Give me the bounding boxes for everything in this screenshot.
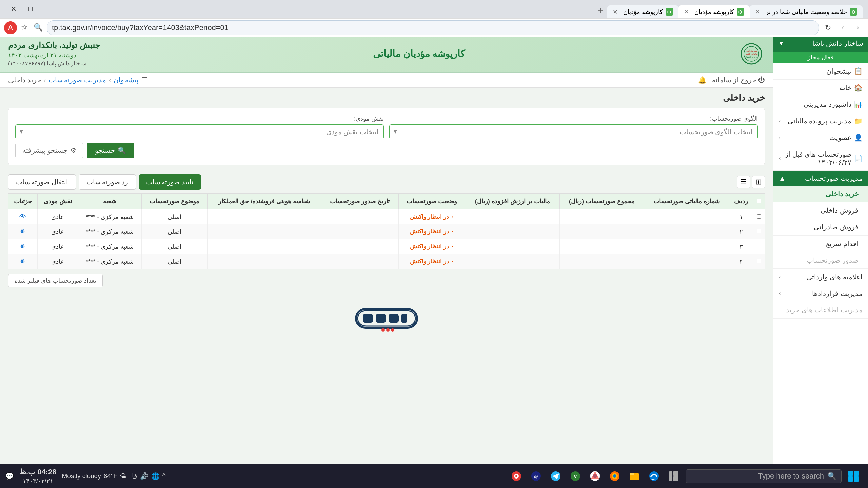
- sidebar-item-dashboard[interactable]: 📊 داشبورد مدیریتی: [773, 96, 868, 113]
- taskbar-clock[interactable]: 04:28 ب.ظ ۱۴۰۳/۰۲/۳۱: [19, 467, 57, 485]
- tab-title-3: کارپوشه مؤدیان: [623, 8, 663, 16]
- maximize-btn[interactable]: □: [22, 3, 39, 15]
- row-checkbox-2[interactable]: [757, 244, 761, 248]
- gov-seal-icon: سازمان امور مالیاتی کشور وزارت اقتصاد: [738, 42, 765, 66]
- explorer-btn[interactable]: [625, 467, 644, 485]
- invoice-pattern-select[interactable]: انتخاب الگوی صورتحساب: [389, 124, 758, 139]
- svg-rect-19: [673, 471, 678, 476]
- forward-btn[interactable]: ›: [837, 22, 849, 34]
- page-title: خرید داخلی: [8, 93, 765, 103]
- tray-expand-icon[interactable]: ^: [162, 472, 165, 480]
- cell-vat-1: [465, 224, 560, 239]
- address-input[interactable]: [47, 20, 819, 35]
- sidebar-item-quick-action[interactable]: اقدام سریع: [773, 236, 868, 252]
- cell-row-3: ۴: [729, 254, 753, 269]
- sidebar-item-home[interactable]: 🏠 خانه: [773, 80, 868, 96]
- app7-btn[interactable]: @: [527, 467, 545, 485]
- firefox-btn[interactable]: [606, 467, 624, 485]
- cell-branch-0: شعبه مرکزی - ****: [78, 209, 141, 224]
- back-btn[interactable]: ‹: [852, 22, 864, 34]
- close-btn[interactable]: ✕: [5, 3, 22, 15]
- browser-tab-2[interactable]: ⚙ کارپوشه مؤدیان ✕: [678, 5, 750, 18]
- row-checkbox-1[interactable]: [757, 229, 761, 233]
- telegram-icon: [550, 470, 562, 482]
- vpn-btn[interactable]: V: [566, 467, 585, 485]
- transfer-invoice-btn[interactable]: انتقال صورتحساب: [8, 174, 76, 190]
- sidebar-item-domestic-sell[interactable]: فروش داخلی: [773, 202, 868, 219]
- taskbar-search[interactable]: 🔍 Type here to search: [686, 469, 842, 483]
- row-checkbox-0[interactable]: [757, 214, 761, 219]
- taxpayer-role-select[interactable]: انتخاب نقش مودی: [15, 124, 384, 139]
- cell-date-2: [321, 239, 398, 254]
- sidebar-item-membership[interactable]: 👤 عضویت ›: [773, 129, 868, 146]
- filter-count-btn[interactable]: تعداد صورتحساب های فیلتر شده: [8, 274, 103, 287]
- volume-icon[interactable]: 🔊: [140, 472, 149, 480]
- edge-btn[interactable]: [645, 467, 663, 485]
- chrome-btn[interactable]: [586, 467, 604, 485]
- browser2-btn[interactable]: [507, 467, 526, 485]
- invoice-table-container: ردیف شماره مالیاتی صورتحساب مجموع صورتحس…: [8, 193, 765, 269]
- notification-center-btn[interactable]: 💬: [5, 472, 14, 480]
- sidebar-item-issue-invoice[interactable]: صدور صورتحساب: [773, 252, 868, 269]
- start-btn[interactable]: [844, 467, 863, 485]
- search-btn[interactable]: 🔍 جستجو: [87, 143, 134, 158]
- sidebar-item-contract-mgmt[interactable]: مدیریت قراردادها ›: [773, 285, 868, 302]
- taskview-btn[interactable]: [665, 467, 683, 485]
- breadcrumb-item-2[interactable]: مدیریت صورتحساب: [48, 76, 106, 84]
- sidebar-item-import-notices[interactable]: اعلامیه های وارداتی ›: [773, 269, 868, 285]
- svg-text:وزارت اقتصاد: وزارت اقتصاد: [745, 56, 757, 58]
- telegram-btn[interactable]: [547, 467, 565, 485]
- tab-icon-2: ⚙: [737, 8, 744, 16]
- breadcrumb-item-3: خرید داخلی: [8, 76, 41, 84]
- select-all-checkbox[interactable]: [757, 199, 761, 203]
- browser-tab-3[interactable]: ⚙ کارپوشه مؤدیان ✕: [607, 5, 678, 18]
- search-icon[interactable]: 🔍: [32, 21, 44, 34]
- cell-details-3[interactable]: 👁: [8, 254, 38, 269]
- breadcrumb-item-1[interactable]: پیشخوان: [114, 76, 139, 84]
- cell-details-2[interactable]: 👁: [8, 239, 38, 254]
- row-checkbox-3[interactable]: [757, 259, 761, 263]
- table-view-btn[interactable]: ☰: [737, 176, 750, 188]
- cell-taxnum-1: [644, 224, 729, 239]
- cell-status-2: ۰ در انتظار واکنش: [398, 239, 465, 254]
- profile-icon[interactable]: A: [4, 21, 17, 34]
- sidebar-collapse-icon[interactable]: ▼: [778, 40, 784, 47]
- sidebar-item-pishkhan[interactable]: 📋 پیشخوان: [773, 63, 868, 80]
- search-box: الگوی صورتحساب: انتخاب الگوی صورتحساب ▼ …: [8, 108, 765, 165]
- taskbar-search-icon: 🔍: [827, 472, 836, 481]
- new-tab-btn[interactable]: ＋: [594, 2, 607, 18]
- bottom-logo-area: [0, 302, 773, 336]
- sidebar-section-invoice-mgmt[interactable]: مدیریت صورتحساب ▲: [773, 171, 868, 186]
- sidebar-item-old-invoices[interactable]: 📄 صورتحساب های قبل از ۱۴۰۲/۰۶/۲۷ ›: [773, 146, 868, 171]
- cell-details-0[interactable]: 👁: [8, 209, 38, 224]
- reject-invoice-btn[interactable]: رد صورتحساب: [79, 174, 136, 190]
- browser-tab-1[interactable]: ⚙ خلاصه وضعیت مالیاتی شما در نر ✕: [750, 5, 863, 18]
- grid-view-btn[interactable]: ⊞: [752, 176, 765, 188]
- header-right-section: جنبش تولید، بانکداری مردم دوشنبه ۳۱ اردی…: [8, 41, 100, 67]
- lang-icon[interactable]: فا: [132, 472, 137, 480]
- cell-details-1[interactable]: 👁: [8, 224, 38, 239]
- confirm-invoice-btn[interactable]: تایید صورتحساب: [139, 174, 201, 190]
- breadcrumb-icon: ☰: [141, 76, 147, 84]
- col-checkbox[interactable]: [753, 194, 765, 209]
- sidebar-item-export-sell[interactable]: فروش صادراتی: [773, 219, 868, 236]
- breadcrumb: ☰ پیشخوان › مدیریت صورتحساب › خرید داخلی: [8, 76, 147, 84]
- sidebar-item-tax-file[interactable]: 📁 مدیریت پرونده مالیاتی ›: [773, 113, 868, 129]
- cell-role-1: عادی: [37, 224, 78, 239]
- sidebar-item-buy-info-mgmt[interactable]: مدیریت اطلاعات های خرید: [773, 302, 868, 319]
- minimize-btn[interactable]: ─: [39, 3, 56, 15]
- notification-btn[interactable]: 🔔: [698, 76, 707, 84]
- cell-sellerid-1: [207, 224, 321, 239]
- sidebar-item-domestic-buy[interactable]: خرید داخلی: [773, 186, 868, 202]
- bookmark-icon[interactable]: ☆: [18, 21, 31, 34]
- refresh-btn[interactable]: ↻: [822, 22, 834, 34]
- cell-taxnum-2: [644, 239, 729, 254]
- tab-close-3[interactable]: ✕: [613, 8, 618, 16]
- tab-close-2[interactable]: ✕: [684, 8, 689, 16]
- network-icon[interactable]: 🌐: [151, 472, 160, 480]
- advanced-search-btn[interactable]: ⚙ جستجو پیشرفته: [15, 143, 83, 158]
- logout-btn[interactable]: ⏻ خروج از سامانه: [712, 76, 765, 84]
- tab-close-1[interactable]: ✕: [755, 8, 760, 16]
- cell-vat-3: [465, 254, 560, 269]
- taskbar: 🔍 Type here to search: [0, 464, 868, 488]
